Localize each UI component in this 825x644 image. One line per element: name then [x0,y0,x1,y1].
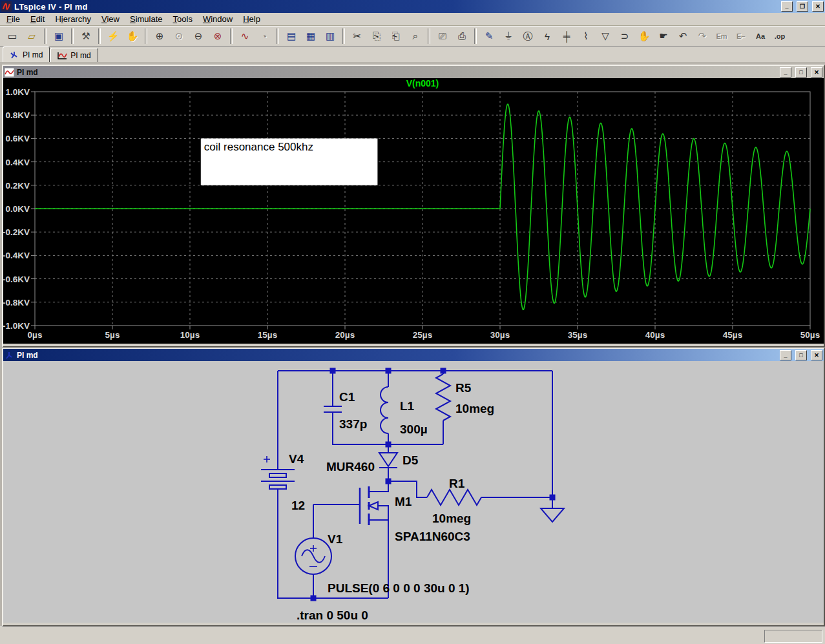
minimize-button[interactable]: _ [781,1,793,12]
resistor-R5[interactable] [436,374,450,421]
value-D5[interactable]: MUR460 [326,460,375,473]
inductor-L1[interactable] [381,387,388,433]
tool-undo[interactable]: ↶ [674,27,692,45]
trace-title[interactable]: V(n001) [406,78,439,88]
y-tick-label: 0.4KV [5,158,30,167]
tool-add-text[interactable]: Aa [751,27,769,45]
tool-zoom-in[interactable]: ⊕ [151,27,169,45]
tool-run[interactable]: ⚡ [104,27,122,45]
label-R1[interactable]: R1 [449,477,465,490]
label-V4[interactable]: V4 [289,452,304,466]
value-L1[interactable]: 300µ [400,422,428,436]
schematic-window-title-bar[interactable]: PI md _ □ ✕ [3,349,824,361]
menu-file[interactable]: File [1,14,25,25]
spice-directive-text[interactable]: .tran 0 50u 0 [297,608,368,622]
tool-ground[interactable]: ⏚ [499,27,517,45]
tool-zoom-full-extents[interactable]: ⊗ [209,27,227,45]
tool-diode[interactable]: ▽ [596,27,614,45]
tool-new-schematic[interactable]: ▭ [3,27,21,45]
waveform-plot-area[interactable]: coil resonance 500khz1.0KV0.8KV0.6KV0.4K… [3,78,824,344]
ltspice-app-window: { "window": { "title": "LTspice IV - PI … [0,0,825,644]
tool-open-file[interactable]: ▱ [23,27,41,45]
tool-capacitor[interactable]: ╪ [558,27,576,45]
tool-cut[interactable]: ✂ [348,27,366,45]
capacitor-C1[interactable] [324,406,342,412]
tool-print[interactable]: ⎙ [453,27,471,45]
x-tick-label: 15µs [258,330,277,340]
waveform-window-title-bar[interactable]: PI md _ □ ✕ [3,66,824,78]
tool-net-label[interactable]: Ⓐ [519,27,537,45]
tool-zoom-out[interactable]: ⊖ [189,27,207,45]
tool-find[interactable]: ⌕ [406,27,424,45]
menu-hierarchy[interactable]: Hierarchy [50,14,96,25]
diode-D5[interactable] [379,453,397,468]
x-tick-label: 30µs [490,330,510,340]
tool-resistor[interactable]: ϟ [538,27,556,45]
menu-tools[interactable]: Tools [168,14,198,25]
tool-autorange-y-axis[interactable]: ∿ [236,27,254,45]
toolbar-separator [98,28,101,44]
schematic-icon [5,351,14,360]
label-L1[interactable]: L1 [400,399,415,413]
label-V1[interactable]: V1 [328,532,343,546]
app-icon [1,1,12,12]
tool-inductor[interactable]: ⌇ [577,27,595,45]
schematic-close-button[interactable]: ✕ [811,350,822,360]
tool-paste[interactable]: ⎗ [387,27,405,45]
label-C1[interactable]: C1 [339,390,355,404]
x-tick-label: 45µs [723,330,742,340]
tool-drag[interactable]: ☛ [654,27,673,45]
tab-schematic[interactable]: PI md [3,47,50,63]
x-tick-label: 35µs [568,330,587,340]
x-tick-label: 5µs [105,330,120,340]
tab-waveform[interactable]: PI md [50,48,98,63]
x-tick-label: 20µs [335,330,355,340]
schematic-minimize-button[interactable]: _ [780,350,791,360]
value-V4[interactable]: 12 [291,499,305,512]
value-M1[interactable]: SPA11N60C3 [395,530,470,543]
component-labels: C1 337p L1 300µ R5 10meg V4 12 MUR460 D5… [289,381,494,622]
tool-tile-horizontally[interactable]: ▤ [282,27,300,45]
menu-window[interactable]: Window [198,14,238,25]
tool-move[interactable]: ✋ [635,27,653,45]
restore-button[interactable]: ❐ [797,1,808,12]
waveform-close-button[interactable]: ✕ [811,67,822,78]
window-title: LTspice IV - PI md [14,2,777,12]
schematic-canvas[interactable]: C1 337p L1 300µ R5 10meg V4 12 MUR460 D5… [3,361,824,623]
tool-save[interactable]: ▣ [50,27,68,45]
ground-symbol-icon[interactable] [541,508,564,522]
schematic-maximize-button[interactable]: □ [795,350,807,360]
tool-draw-wire[interactable]: ✎ [480,27,498,45]
toolbar-separator [474,28,477,44]
main-title-bar[interactable]: LTspice IV - PI md _ ❐ ✕ [0,0,825,13]
close-button[interactable]: ✕ [812,1,824,12]
label-M1[interactable]: M1 [395,495,412,508]
tool-copy[interactable]: ⎘ [368,27,386,45]
value-V1[interactable]: PULSE(0 6 0 0 0 30u 0 1) [328,581,470,595]
resistor-R1[interactable] [427,490,481,505]
menu-view[interactable]: View [96,14,125,25]
menu-edit[interactable]: Edit [25,14,50,25]
tool-print-preview[interactable]: ⎚ [433,27,452,45]
menu-help[interactable]: Help [238,14,266,25]
value-R1[interactable]: 10meg [432,512,471,525]
waveform-maximize-button[interactable]: □ [795,67,807,78]
waveform-minimize-button[interactable]: _ [780,67,791,78]
toolbar-separator [428,28,430,44]
value-R5[interactable]: 10meg [455,402,494,415]
menu-simulate[interactable]: Simulate [125,14,168,25]
label-D5[interactable]: D5 [402,453,419,467]
voltage-source-V1[interactable] [295,538,331,574]
waveform-plot[interactable]: coil resonance 500khz1.0KV0.8KV0.6KV0.4K… [3,78,820,344]
tool-tile-vertically[interactable]: ▥ [321,27,339,45]
y-tick-label: -0.6KV [3,275,30,284]
value-C1[interactable]: 337p [339,417,367,431]
nmos-M1[interactable] [360,481,388,598]
tool-component[interactable]: ⊃ [616,27,634,45]
tool-edit-symbol: E⌐ [732,27,750,45]
label-R5[interactable]: R5 [455,381,472,395]
tool-control-panel[interactable]: ⚒ [77,27,95,45]
tool-spice-directive[interactable]: .op [771,27,789,45]
tool-cascade-windows[interactable]: ▦ [302,27,320,45]
toolbar-separator [342,28,345,44]
